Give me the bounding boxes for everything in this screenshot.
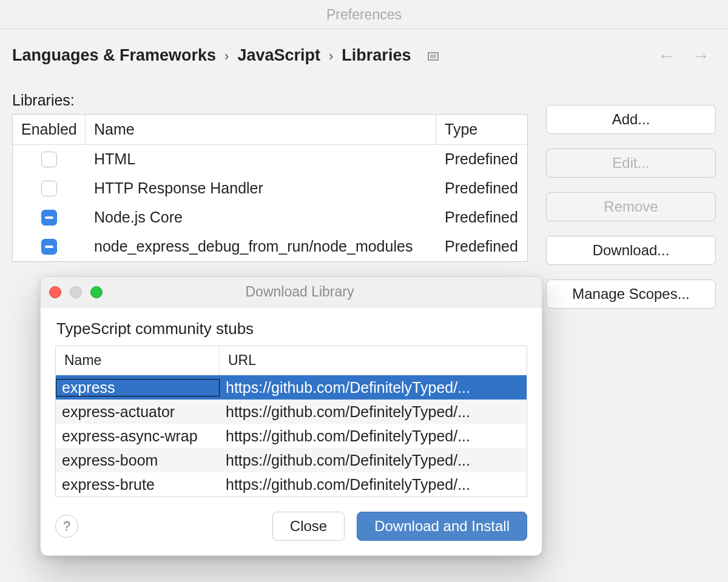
breadcrumb-item[interactable]: Languages & Frameworks <box>12 46 216 65</box>
download-library-dialog: Download Library TypeScript community st… <box>40 276 542 556</box>
show-all-icon[interactable] <box>428 52 439 61</box>
enabled-checkbox[interactable] <box>41 181 57 196</box>
dialog-subtitle: TypeScript community stubs <box>56 319 527 338</box>
breadcrumb-item[interactable]: Libraries <box>342 46 411 65</box>
chevron-right-icon: › <box>329 48 333 64</box>
library-name: Node.js Core <box>86 205 436 230</box>
stub-url: https://github.com/DefinitelyTyped/... <box>220 427 527 445</box>
stub-url: https://github.com/DefinitelyTyped/... <box>220 476 527 493</box>
traffic-lights <box>49 286 103 298</box>
enabled-checkbox[interactable] <box>41 239 57 255</box>
window-title: Preferences <box>0 0 728 29</box>
library-name: HTTP Response Handler <box>86 176 436 201</box>
libraries-label: Libraries: <box>12 92 528 109</box>
manage-scopes-button[interactable]: Manage Scopes... <box>546 279 716 309</box>
libraries-table: Enabled Name Type HTMLPredefinedHTTP Res… <box>12 114 528 262</box>
forward-button[interactable]: → <box>692 47 710 65</box>
help-button[interactable]: ? <box>55 515 78 538</box>
zoom-icon[interactable] <box>90 286 103 298</box>
breadcrumb-row: Languages & Frameworks › JavaScript › Li… <box>0 29 728 73</box>
library-type: Predefined <box>436 234 527 259</box>
column-header-type[interactable]: Type <box>436 115 527 145</box>
enabled-checkbox[interactable] <box>41 152 57 167</box>
list-item[interactable]: express-actuatorhttps://github.com/Defin… <box>56 400 527 424</box>
list-item[interactable]: express-brutehttps://github.com/Definite… <box>56 472 527 497</box>
close-icon[interactable] <box>49 286 61 298</box>
remove-button: Remove <box>546 192 716 221</box>
list-item[interactable]: expresshttps://github.com/DefinitelyType… <box>56 375 527 400</box>
stub-url: https://github.com/DefinitelyTyped/... <box>220 403 527 421</box>
list-item[interactable]: express-async-wraphttps://github.com/Def… <box>56 424 527 448</box>
column-header-enabled[interactable]: Enabled <box>13 115 86 145</box>
stub-name: express-boom <box>56 452 220 469</box>
add-button[interactable]: Add... <box>546 105 716 134</box>
column-header-name[interactable]: Name <box>86 115 436 145</box>
stub-name: express <box>56 379 220 396</box>
stub-url: https://github.com/DefinitelyTyped/... <box>220 379 527 396</box>
close-button[interactable]: Close <box>272 512 345 541</box>
download-and-install-button[interactable]: Download and Install <box>357 512 527 541</box>
breadcrumb: Languages & Frameworks › JavaScript › Li… <box>12 46 439 65</box>
stub-name: express-actuator <box>56 403 220 421</box>
column-header-stub-name[interactable]: Name <box>56 346 220 375</box>
stub-name: express-async-wrap <box>56 427 220 445</box>
stubs-table: Name URL expresshttps://github.com/Defin… <box>55 346 527 497</box>
back-button[interactable]: ← <box>658 47 676 65</box>
library-name: HTML <box>86 147 436 172</box>
list-item[interactable]: express-boomhttps://github.com/Definitel… <box>56 448 527 472</box>
table-row[interactable]: node_express_debug_from_run/node_modules… <box>13 232 527 261</box>
enabled-checkbox[interactable] <box>41 210 57 226</box>
dialog-titlebar[interactable]: Download Library <box>41 277 542 307</box>
dialog-title: Download Library <box>103 284 533 300</box>
library-type: Predefined <box>436 205 527 230</box>
library-name: node_express_debug_from_run/node_modules <box>86 234 436 259</box>
stub-url: https://github.com/DefinitelyTyped/... <box>220 452 527 469</box>
column-header-stub-url[interactable]: URL <box>220 346 527 375</box>
table-row[interactable]: HTMLPredefined <box>13 145 527 174</box>
breadcrumb-item[interactable]: JavaScript <box>237 46 320 65</box>
library-type: Predefined <box>436 176 527 201</box>
libraries-table-header: Enabled Name Type <box>13 115 527 145</box>
edit-button: Edit... <box>546 149 716 178</box>
chevron-right-icon: › <box>224 48 229 64</box>
download-button[interactable]: Download... <box>546 236 716 265</box>
side-button-column: Add... Edit... Remove Download... Manage… <box>546 85 716 309</box>
table-row[interactable]: HTTP Response HandlerPredefined <box>13 174 527 203</box>
library-type: Predefined <box>436 147 527 172</box>
stub-name: express-brute <box>56 476 220 493</box>
minimize-icon <box>70 286 82 298</box>
table-row[interactable]: Node.js CorePredefined <box>13 203 527 232</box>
